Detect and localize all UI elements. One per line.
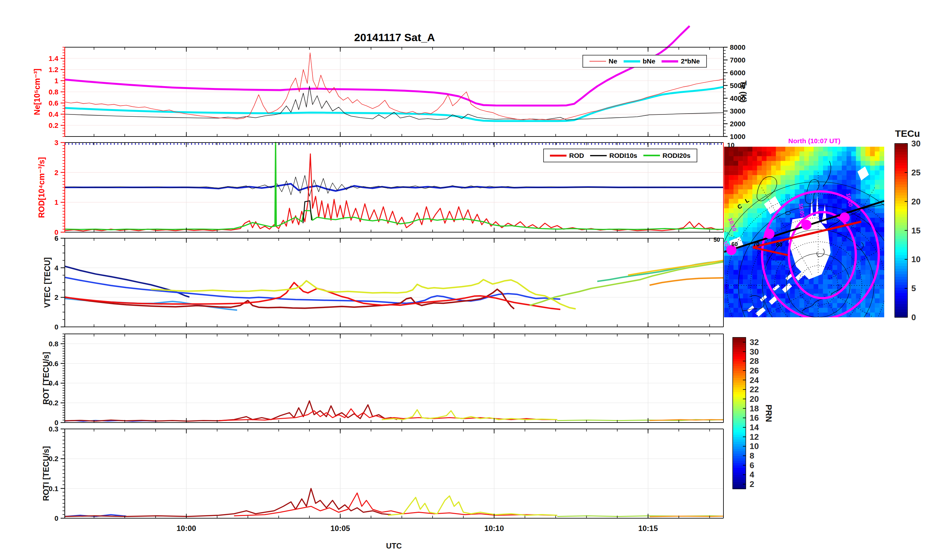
tick-label: 15 (911, 226, 921, 235)
tick-label: 1.2 (48, 66, 58, 74)
tick-label: 4 (750, 470, 754, 479)
tick-label: 18 (750, 404, 759, 413)
tick-label: 32 (750, 338, 759, 347)
legend-item-label: Ne (608, 58, 617, 65)
tick-label: 2 (54, 294, 58, 301)
tick-label: 0.8 (48, 88, 58, 96)
tick-label: 0.2 (48, 121, 58, 129)
figure-title: 20141117 Sat_A (354, 31, 435, 44)
tick-label: 0.6 (48, 99, 58, 107)
chart-canvas: 0.20.40.60.811.21.4100020003000400050006… (0, 0, 926, 560)
legend-item-label: RODI20s (663, 152, 691, 159)
tick-label: 70 (753, 241, 760, 247)
tick-label: 1.4 (48, 54, 58, 62)
tick-label: 0.8 (48, 340, 58, 348)
tick-label: 0 (911, 313, 916, 322)
legend-line-sample (643, 155, 660, 156)
legend-line-sample (623, 60, 640, 62)
series-RODI10s-line (65, 176, 723, 197)
series-roti-orange (649, 516, 723, 517)
tick-label: 80 (776, 241, 782, 248)
tick-label: 2 (54, 169, 58, 177)
tecu-colorbar-title: TECu (895, 128, 920, 139)
tick-label: 10:00 (176, 524, 196, 533)
x-axis-label: UTC (386, 542, 402, 551)
legend-item-label: RODI10s (609, 152, 637, 159)
tick-label: 6 (750, 460, 754, 470)
ne-y-axis-label: Ne[10⁵cm⁻³] (33, 68, 42, 115)
legend-line-sample (590, 61, 606, 62)
panel-vtec: 0246 (54, 235, 723, 331)
series-bNe (65, 87, 723, 121)
rot-y-axis-label: ROT [TECU/s] (41, 352, 51, 404)
tecu-colorbar: 051015202530 (895, 139, 921, 322)
tick-label: 50 (714, 237, 720, 243)
series-PRN-orange (649, 278, 723, 285)
tick-label: 6 (54, 235, 58, 242)
legend-line-sample (661, 60, 678, 62)
tick-label: 7000 (730, 56, 746, 64)
legend-line-sample (590, 155, 607, 156)
tick-label: 14 (750, 422, 759, 432)
tick-label: 1 (54, 198, 58, 206)
series-RODI20s-spike (275, 142, 276, 226)
tick-label: 8000 (730, 43, 746, 51)
tick-label: 16 (750, 413, 759, 422)
tick-label: 2 (750, 479, 754, 489)
tick-label: 0 (54, 515, 58, 522)
legend-item-RODI20s: RODI20s (643, 152, 691, 159)
rod-y-axis-label: ROD[10⁴cm⁻³/s] (37, 157, 46, 218)
legend-item-bNe: bNe (623, 58, 655, 65)
tick-label: 22 (750, 384, 759, 394)
legend-item-label: bNe (643, 58, 655, 65)
tick-label: 10:15 (638, 524, 658, 533)
tick-label: 10:10 (484, 524, 504, 533)
legend-line-sample (550, 155, 566, 157)
tick-label: 2000 (730, 120, 746, 128)
tick-label: 1000 (730, 133, 746, 141)
rod-legend: RODRODI10sRODI20s (543, 148, 697, 162)
tick-label: 12 (750, 432, 759, 442)
vtec-y-axis-label: VTEC [TECU] (43, 257, 52, 308)
tick-label: 30 (911, 139, 921, 148)
tick-label: 24 (750, 375, 759, 385)
tick-label: 4 (54, 264, 59, 272)
series-roti-red (234, 493, 557, 516)
series-rot-darkred (65, 401, 397, 421)
legend-item-ROD: ROD (550, 152, 584, 159)
series-roti-darkred (65, 489, 391, 517)
tick-label: 5 (911, 283, 916, 293)
tick-label: 25 (911, 168, 921, 177)
tick-label: 0.4 (48, 110, 58, 118)
legend-item-label: 2*bNe (681, 58, 700, 65)
tick-label: 8 (750, 451, 754, 460)
tick-label: 30 (750, 347, 759, 357)
tick-label: 0 (54, 323, 58, 331)
tick-label: 3000 (730, 107, 746, 115)
panel2-right-top-label: 10 (727, 141, 734, 149)
ne-legend: NebNe2*bNe (583, 55, 707, 68)
panel-roti: 00.10.20.310:0010:0510:1010:15 (48, 425, 723, 533)
legend-item-label: ROD (569, 152, 584, 159)
map-title: North (10:07 UT) (788, 137, 840, 145)
figure-window: 0.20.40.60.811.21.4100020003000400050006… (0, 0, 926, 560)
legend-item-Ne: Ne (590, 58, 617, 65)
legend-item-2*bNe: 2*bNe (661, 58, 700, 65)
tick-label: 10 (750, 441, 759, 451)
tick-label: 10:05 (330, 524, 350, 533)
te-y-axis-label: Te (K) (739, 81, 748, 103)
tick-label: 28 (750, 356, 759, 366)
series-RODI20s (65, 211, 723, 230)
series-ROD (65, 154, 723, 231)
tick-label: 20 (911, 197, 921, 206)
tick-label: 3 (54, 139, 58, 147)
prn-colorbar: 2468101214161820222426283032 (733, 338, 759, 489)
legend-item-RODI10s: RODI10s (590, 152, 637, 159)
tick-label: 6000 (730, 69, 746, 77)
prn-colorbar-label: PRN (764, 405, 773, 422)
tick-label: 0.3 (48, 425, 58, 433)
tick-label: 60 (731, 241, 738, 247)
tick-label: 10 (911, 254, 921, 264)
roti-y-axis-label: ROTI [TECU/s] (41, 446, 51, 501)
panel-rot: 00.20.40.60.8 (48, 334, 723, 427)
